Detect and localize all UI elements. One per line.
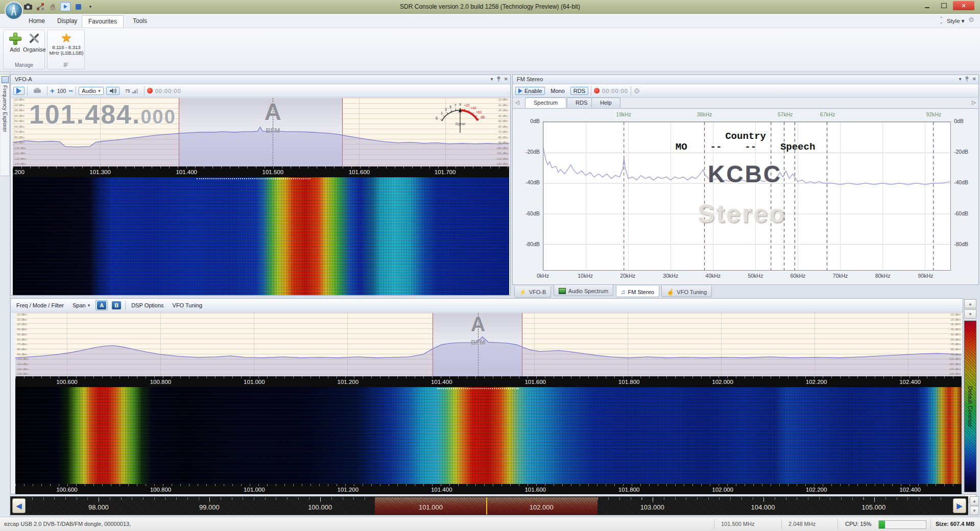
panel-close-icon[interactable]: ✕ bbox=[504, 76, 508, 83]
title-bar: ▾ SDR Console version 2.0 build 1258 (Te… bbox=[0, 0, 980, 14]
vfo-a-frequency-scale[interactable]: .200101.300101.400101.500101.600101.700 bbox=[13, 166, 509, 177]
main-spectrum-trace bbox=[15, 313, 962, 376]
status-samplerate: 2.048 MHz bbox=[788, 521, 816, 527]
vfo-a-marker: A bbox=[265, 98, 281, 126]
panel-menu-icon[interactable]: ▾ bbox=[959, 76, 962, 83]
app-icon[interactable] bbox=[5, 2, 23, 20]
vfo-a-select-button[interactable]: A bbox=[95, 300, 108, 310]
add-favourite-button[interactable]: Add bbox=[7, 32, 23, 53]
vfo-a-panel: VFO-A ▾ ✕ + 100 − Audio▾ 75 00:00:00 bbox=[10, 75, 511, 296]
pin-icon[interactable] bbox=[496, 76, 501, 83]
nav-down-button[interactable]: ▼ bbox=[970, 506, 979, 515]
main-waterfall[interactable] bbox=[15, 387, 962, 484]
dock-tab-vfo-tuning[interactable]: ☝VFO Tuning bbox=[661, 286, 712, 297]
dock-tab-vfo-b[interactable]: ⚡VFO-B bbox=[514, 286, 551, 298]
vfo-a-waterfall[interactable] bbox=[13, 177, 509, 295]
fm-enable-button[interactable]: Enable bbox=[515, 87, 545, 95]
fm-y-axis-left: 0dB-20dB-40dB-60dB-80dB bbox=[514, 122, 542, 271]
vfo-b-select-button[interactable]: B bbox=[110, 300, 123, 310]
status-cpu-label: CPU: 15% bbox=[845, 521, 871, 527]
record-button[interactable] bbox=[147, 88, 153, 93]
main-frequency-scale-bottom[interactable]: 100.600100.800101.000101.200101.400101.6… bbox=[15, 484, 962, 494]
gain-value: 100 bbox=[57, 88, 66, 94]
style-dropdown[interactable]: Style ▾ bbox=[947, 17, 965, 25]
favourite-entry-button[interactable]: ★ 8.116 - 8.313MHz (LSB,LSB) bbox=[49, 31, 84, 56]
audio-source-select[interactable]: Audio▾ bbox=[79, 87, 104, 95]
fm-settings-gear-icon[interactable]: ⚙ bbox=[634, 87, 640, 95]
main-waterfall-marker bbox=[437, 388, 518, 389]
ribbon: Add Organise Manage ★ 8.116 - 8.313MHz (… bbox=[0, 28, 980, 71]
svg-text:+40: +40 bbox=[470, 106, 476, 110]
main-mode-label: BFM bbox=[471, 339, 485, 346]
contrast-down-button[interactable]: ▼ bbox=[964, 309, 976, 319]
fm-record-button[interactable] bbox=[594, 88, 600, 93]
gain-down-button[interactable]: − bbox=[68, 86, 73, 95]
nav-up-button[interactable]: ▲ bbox=[970, 496, 979, 505]
tab-display[interactable]: Display bbox=[51, 15, 83, 28]
collapse-ribbon-icon[interactable]: ⌃⌄ bbox=[938, 17, 945, 25]
volume-level-button[interactable]: 75 bbox=[122, 87, 141, 94]
tools-icon bbox=[28, 32, 40, 44]
contrast-up-button[interactable]: ▲ bbox=[964, 299, 976, 308]
tab-fm-help[interactable]: Help bbox=[591, 98, 620, 108]
group-label-if: IF bbox=[47, 62, 84, 68]
svg-text:1: 1 bbox=[441, 111, 443, 115]
pin-icon[interactable] bbox=[965, 76, 969, 83]
restore-button[interactable] bbox=[936, 1, 951, 10]
squelch-button[interactable] bbox=[30, 87, 44, 94]
vfo-a-spectrum[interactable]: 101.484.000 A BFM -10 dBm-20 dBm-30 dBm-… bbox=[13, 98, 509, 166]
ribbon-group-if: ★ 8.116 - 8.313MHz (LSB,LSB) IF bbox=[47, 30, 85, 69]
tab-scroll-left-icon[interactable]: ◁ bbox=[515, 100, 519, 105]
tab-favourites[interactable]: Favourites bbox=[82, 15, 124, 28]
fm-rds-button[interactable]: RDS bbox=[570, 87, 588, 95]
rds-stereo-indicator: Stereo bbox=[698, 199, 786, 229]
vfo-a-waterfall-marker bbox=[197, 178, 311, 179]
dock-tab-audio-spectrum[interactable]: Audio Spectrum bbox=[554, 285, 613, 296]
chevron-down-icon: ▾ bbox=[962, 18, 965, 24]
dsp-options-button[interactable]: DSP Options bbox=[128, 301, 166, 309]
nav-right-button[interactable]: ▶ bbox=[953, 498, 966, 513]
band-navigator[interactable]: ◀ 98.00099.000100.000101.000102.000103.0… bbox=[10, 496, 968, 515]
nav-scale[interactable]: 98.00099.000100.000101.000102.000103.000… bbox=[28, 497, 943, 515]
tab-home[interactable]: Home bbox=[22, 15, 51, 28]
lower-toolbar: Freq / Mode / Filter Span▾ A B DSP Optio… bbox=[11, 299, 963, 312]
gain-up-button[interactable]: + bbox=[50, 86, 55, 95]
status-bar: ezcap USB 2.0 DVB-T/DAB/FM dongle, 00000… bbox=[0, 517, 980, 531]
organise-favourites-button[interactable]: Organise bbox=[23, 32, 44, 53]
svg-text:9: 9 bbox=[459, 103, 461, 106]
chevron-down-icon: ▾ bbox=[98, 88, 101, 93]
dock-tab-fm-stereo[interactable]: ♫FM Stereo bbox=[616, 286, 659, 297]
tab-scroll-right-icon[interactable]: ▷ bbox=[972, 100, 976, 105]
svg-text:5: 5 bbox=[449, 105, 451, 109]
svg-text:3: 3 bbox=[445, 108, 447, 111]
svg-text:+20: +20 bbox=[464, 104, 469, 107]
freq-mode-filter-button[interactable]: Freq / Mode / Filter bbox=[13, 301, 67, 309]
fm-stereo-panel-header: FM Stereo ▾ ✕ bbox=[513, 75, 978, 84]
main-frequency-scale-top[interactable]: 100.600100.800101.000101.200101.400101.6… bbox=[15, 376, 962, 387]
frequency-explorer-label: Frequency Explorer bbox=[2, 85, 8, 132]
vfo-tuning-button[interactable]: VFO Tuning bbox=[170, 301, 206, 309]
close-button[interactable]: ✕ bbox=[953, 1, 974, 10]
main-marker: A bbox=[471, 313, 486, 336]
fm-spectrum-plot[interactable]: MO -- Country -- Speech KCBC Stereo bbox=[543, 122, 951, 271]
fm-mono-button[interactable]: Mono bbox=[547, 87, 568, 95]
tab-fm-spectrum[interactable]: Spectrum bbox=[525, 98, 566, 108]
svg-text:7: 7 bbox=[455, 104, 457, 107]
span-dropdown[interactable]: Span▾ bbox=[69, 301, 93, 309]
fm-stereo-panel-title: FM Stereo bbox=[517, 76, 543, 82]
main-spectrum[interactable]: A BFM -10 dBm-20 dBm-30 dBm-40 dBm-50 dB… bbox=[15, 313, 962, 376]
mute-speaker-button[interactable] bbox=[106, 87, 119, 95]
panel-menu-icon[interactable]: ▾ bbox=[491, 76, 493, 83]
nav-left-button[interactable]: ◀ bbox=[12, 498, 26, 513]
svg-text:S: S bbox=[436, 116, 438, 120]
contrast-gradient-bar[interactable]: Default Contrast bbox=[964, 321, 976, 492]
vfo-a-play-button[interactable] bbox=[13, 87, 25, 95]
help-gear-icon[interactable]: ⚙ bbox=[968, 16, 974, 23]
tab-tools[interactable]: Tools bbox=[127, 15, 153, 28]
left-dock-strip: Frequency Explorer bbox=[0, 72, 10, 517]
vfo-a-toolbar: + 100 − Audio▾ 75 00:00:00 bbox=[11, 84, 510, 98]
panel-close-icon[interactable]: ✕ bbox=[972, 76, 976, 83]
minimize-button[interactable] bbox=[919, 1, 935, 10]
window-title: SDR Console version 2.0 build 1258 (Tech… bbox=[0, 3, 980, 10]
frequency-explorer-tab[interactable]: Frequency Explorer bbox=[1, 74, 10, 176]
